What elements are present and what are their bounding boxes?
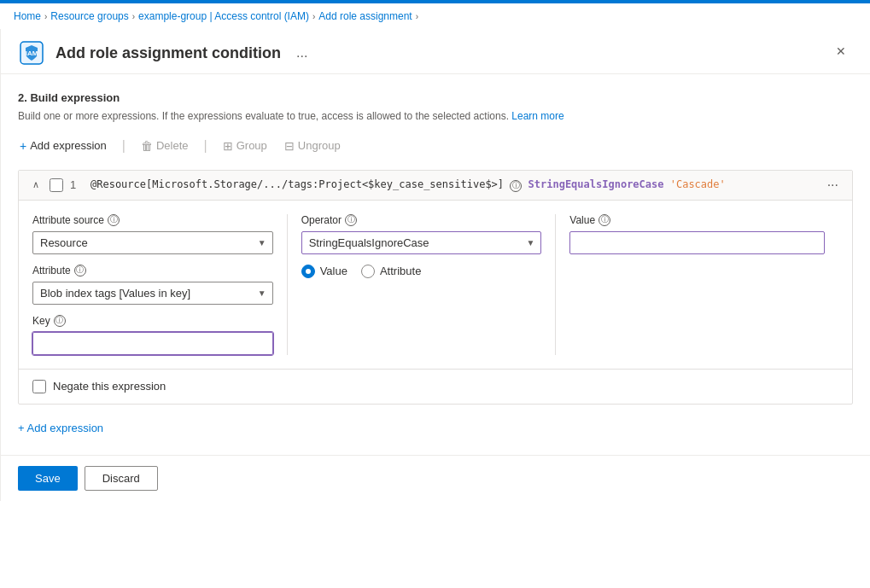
value-label: Value ⓘ [569, 214, 825, 226]
main-panel: IAM Add role assignment condition ... ✕ … [0, 29, 870, 501]
expression-body: Attribute source ⓘ Resource ▼ Attribute … [19, 201, 852, 369]
breadcrumb-home[interactable]: Home [14, 10, 41, 22]
group-button[interactable]: ⊞ Group [221, 136, 269, 156]
negate-checkbox[interactable] [32, 380, 46, 393]
key-info-icon[interactable]: ⓘ [54, 315, 66, 327]
section-title: 2. Build expression [18, 91, 853, 104]
breadcrumb-sep-1: › [44, 12, 47, 21]
expression-formula: @Resource[Microsoft.Storage/.../tags:Pro… [91, 178, 817, 192]
learn-more-link[interactable]: Learn more [511, 110, 563, 122]
operator-info-icon[interactable]: ⓘ [345, 214, 357, 226]
operator-column: Operator ⓘ StringEqualsIgnoreCase ▼ [301, 214, 557, 355]
expression-checkbox[interactable] [50, 178, 63, 192]
attribute-info-icon[interactable]: ⓘ [74, 265, 86, 277]
add-expression-link[interactable]: + Add expression [18, 418, 853, 438]
ungroup-button[interactable]: ⊟ Ungroup [283, 136, 342, 156]
svg-text:IAM: IAM [26, 49, 38, 57]
group-icon: ⊞ [223, 139, 233, 153]
add-expression-toolbar-button[interactable]: + Add expression [18, 136, 108, 156]
operator-select-wrapper: StringEqualsIgnoreCase ▼ [301, 231, 542, 254]
negate-label: Negate this expression [53, 380, 166, 393]
toolbar: + Add expression | 🗑 Delete | ⊞ Group ⊟ … [18, 136, 853, 156]
attribute-source-wrapper: Resource ▼ [32, 231, 273, 254]
formula-info-icon[interactable]: ⓘ [510, 180, 522, 192]
ungroup-icon: ⊟ [284, 139, 295, 153]
radio-attribute-label: Attribute [380, 265, 421, 277]
radio-value-circle [301, 265, 315, 278]
more-options-button[interactable]: ... [291, 44, 312, 62]
attribute-select-wrapper: Blob index tags [Values in key] ▼ [32, 282, 273, 305]
attribute-source-info-icon[interactable]: ⓘ [108, 214, 120, 226]
value-type-radio-group: Value Attribute [301, 265, 542, 278]
expression-block: ∧ 1 @Resource[Microsoft.Storage/.../tags… [18, 170, 853, 405]
radio-attribute-item[interactable]: Attribute [361, 265, 421, 278]
radio-value-label: Value [320, 265, 347, 277]
breadcrumb-sep-3: › [312, 12, 315, 21]
panel-header: IAM Add role assignment condition ... ✕ [1, 29, 870, 74]
attribute-source-column: Attribute source ⓘ Resource ▼ Attribute … [32, 214, 288, 355]
value-info-icon[interactable]: ⓘ [598, 214, 610, 226]
breadcrumb-sep-2: › [132, 12, 135, 21]
page-title: Add role assignment condition [55, 44, 281, 62]
breadcrumb-sep-4: › [416, 12, 418, 21]
operator-select[interactable]: StringEqualsIgnoreCase [301, 231, 542, 254]
radio-value-item[interactable]: Value [301, 265, 347, 278]
panel-content: 2. Build expression Build one or more ex… [1, 74, 870, 455]
expression-header: ∧ 1 @Resource[Microsoft.Storage/.../tags… [19, 171, 852, 201]
expression-fields-row: Attribute source ⓘ Resource ▼ Attribute … [32, 214, 838, 355]
add-expression-link-text: + Add expression [18, 422, 103, 434]
key-input[interactable]: Project [32, 332, 273, 355]
formula-value: 'Cascade' [670, 178, 726, 190]
collapse-chevron-icon[interactable]: ∧ [29, 179, 43, 190]
breadcrumb: Home › Resource groups › example-group |… [0, 3, 870, 29]
breadcrumb-resource-groups[interactable]: Resource groups [50, 10, 128, 22]
delete-button[interactable]: 🗑 Delete [139, 136, 190, 156]
toolbar-separator-1: | [122, 138, 126, 154]
formula-prefix: @Resource[Microsoft.Storage/.../tags:Pro… [91, 178, 504, 190]
breadcrumb-example-group[interactable]: example-group | Access control (IAM) [138, 10, 309, 22]
attribute-source-label: Attribute source ⓘ [32, 214, 273, 226]
toolbar-separator-2: | [204, 138, 207, 154]
attribute-label: Attribute ⓘ [32, 265, 273, 277]
section-description: Build one or more expressions. If the ex… [18, 109, 853, 124]
discard-button[interactable]: Discard [85, 466, 158, 491]
negate-row: Negate this expression [19, 369, 852, 404]
expression-number: 1 [70, 178, 84, 191]
attribute-source-select[interactable]: Resource [32, 231, 273, 254]
panel-footer: Save Discard [1, 455, 870, 501]
attribute-select[interactable]: Blob index tags [Values in key] [32, 282, 273, 305]
plus-icon: + [20, 139, 26, 153]
operator-label: Operator ⓘ [301, 214, 542, 226]
expression-more-button[interactable]: ··· [824, 178, 842, 193]
value-column: Value ⓘ Cascade [569, 214, 838, 355]
shield-icon: IAM [18, 39, 45, 67]
save-button[interactable]: Save [18, 466, 78, 491]
key-label: Key ⓘ [32, 315, 273, 327]
value-input[interactable]: Cascade [569, 231, 825, 254]
delete-icon: 🗑 [141, 139, 153, 153]
breadcrumb-add-role[interactable]: Add role assignment [318, 10, 412, 22]
radio-attribute-circle [361, 265, 375, 278]
close-button[interactable]: ✕ [829, 39, 853, 63]
formula-function: StringEqualsIgnoreCase [528, 178, 664, 190]
